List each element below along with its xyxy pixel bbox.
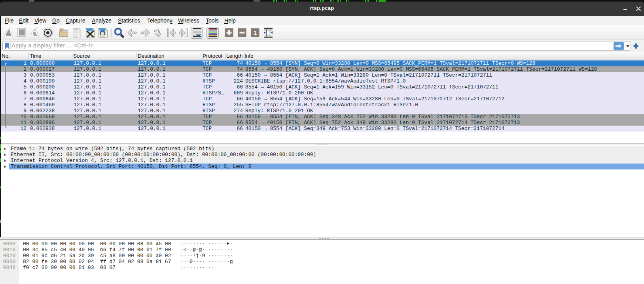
svg-text:0011: 0011: [100, 35, 106, 38]
svg-text:1: 1: [254, 29, 257, 36]
svg-text:0011: 0011: [74, 35, 80, 38]
